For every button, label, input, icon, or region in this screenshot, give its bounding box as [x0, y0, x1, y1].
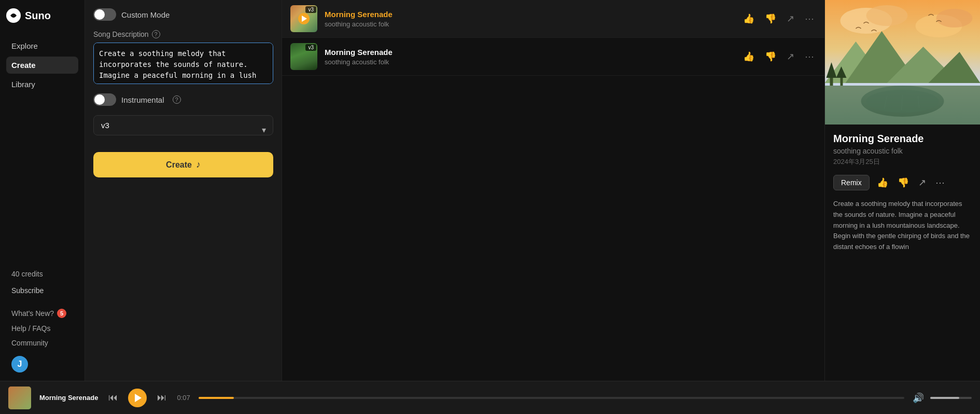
song-row[interactable]: v3 Morning Serenade soothing acoustic fo…	[282, 0, 824, 38]
custom-mode-label: Custom Mode	[121, 10, 170, 19]
detail-subtitle: soothing acoustic folk	[833, 147, 972, 155]
custom-mode-row: Custom Mode	[93, 8, 273, 21]
detail-panel: Morning Serenade soothing acoustic folk …	[824, 0, 980, 381]
detail-thumbs-down-icon[interactable]: 👎	[895, 175, 911, 190]
remix-button[interactable]: Remix	[833, 175, 870, 190]
song-description-input[interactable]	[93, 43, 273, 84]
volume-icon[interactable]: 🔊	[913, 392, 924, 404]
progress-bar[interactable]	[199, 397, 904, 399]
thumbs-up-icon[interactable]: 👍	[741, 11, 757, 26]
bottom-player: Morning Serenade ⏮ ⏭ 0:07 🔊	[0, 381, 980, 414]
detail-title: Morning Serenade	[833, 133, 972, 145]
play-pause-button[interactable]	[128, 389, 147, 407]
instrumental-toggle-knob	[94, 94, 105, 105]
thumbs-down-icon[interactable]: 👎	[763, 49, 778, 64]
prev-button[interactable]: ⏮	[106, 390, 120, 405]
song-thumbnail: v3	[290, 43, 317, 70]
instrumental-toggle[interactable]	[93, 93, 116, 106]
songs-list-panel: v3 Morning Serenade soothing acoustic fo…	[282, 0, 824, 381]
song-description-label: Song Description ?	[93, 30, 273, 38]
play-icon	[135, 394, 142, 402]
player-title: Morning Serenade	[39, 394, 98, 402]
share-icon[interactable]: ↗	[785, 11, 796, 26]
create-panel: Custom Mode Song Description ? Instrumen…	[85, 0, 282, 381]
share-icon[interactable]: ↗	[785, 49, 796, 64]
credits-display: 40 credits	[6, 267, 78, 281]
volume-fill	[930, 397, 959, 399]
detail-share-icon[interactable]: ↗	[916, 175, 928, 190]
song-info: Morning Serenade soothing acoustic folk	[325, 10, 735, 28]
sidebar-item-create[interactable]: Create	[6, 57, 78, 74]
song-subtitle: soothing acoustic folk	[325, 58, 735, 66]
svg-point-3	[866, 5, 908, 26]
logo[interactable]: Suno	[6, 8, 78, 23]
create-button[interactable]: Create ♪	[93, 152, 273, 177]
suno-logo-icon	[6, 8, 21, 23]
song-actions: 👍 👎 ↗ ⋯	[741, 11, 816, 26]
player-info: Morning Serenade	[39, 394, 98, 402]
player-controls: ⏮ ⏭	[106, 389, 169, 407]
detail-more-icon[interactable]: ⋯	[933, 175, 947, 190]
sidebar-item-explore[interactable]: Explore	[6, 37, 78, 54]
play-button-small[interactable]	[298, 13, 310, 24]
version-tag: v3	[305, 44, 316, 51]
next-button[interactable]: ⏭	[155, 390, 169, 405]
song-actions: 👍 👎 ↗ ⋯	[741, 49, 816, 64]
progress-fill	[199, 397, 234, 399]
create-music-icon: ♪	[196, 159, 201, 170]
song-thumbnail: v3	[290, 5, 317, 32]
detail-actions: Remix 👍 👎 ↗ ⋯	[833, 175, 972, 190]
song-info: Morning Serenade soothing acoustic folk	[325, 48, 735, 66]
instrumental-row: Instrumental ?	[93, 93, 273, 106]
song-row[interactable]: v3 Morning Serenade soothing acoustic fo…	[282, 38, 824, 76]
svg-rect-19	[825, 86, 980, 125]
song-title: Morning Serenade	[325, 10, 735, 19]
play-icon	[302, 16, 307, 22]
help-faqs-link[interactable]: Help / FAQs	[6, 322, 78, 335]
subscribe-button[interactable]: Subscribe	[6, 283, 78, 298]
avatar[interactable]: J	[11, 356, 28, 372]
instrumental-help-icon[interactable]: ?	[173, 95, 181, 104]
time-display: 0:07	[177, 394, 190, 402]
version-select[interactable]: v1 v2 v3 v4	[93, 115, 273, 135]
play-overlay	[290, 5, 317, 32]
song-subtitle: soothing acoustic folk	[325, 20, 735, 28]
song-title: Morning Serenade	[325, 48, 735, 57]
player-right: 🔊	[913, 392, 972, 404]
song-description-help-icon[interactable]: ?	[152, 30, 160, 38]
instrumental-label: Instrumental	[121, 95, 164, 104]
detail-description: Create a soothing melody that incorporat…	[833, 199, 972, 253]
svg-point-5	[936, 9, 973, 27]
logo-text: Suno	[25, 10, 51, 22]
whats-new-link[interactable]: What's New? 5	[6, 306, 78, 321]
version-select-wrapper: v1 v2 v3 v4	[93, 115, 273, 144]
more-options-icon[interactable]: ⋯	[803, 11, 816, 26]
sidebar: Suno Explore Create Library 40 credits S…	[0, 0, 85, 381]
whats-new-badge: 5	[57, 309, 66, 318]
player-thumbnail	[8, 387, 31, 409]
sidebar-item-library[interactable]: Library	[6, 76, 78, 93]
toggle-knob	[94, 9, 105, 20]
custom-mode-toggle[interactable]	[93, 8, 116, 21]
community-link[interactable]: Community	[6, 336, 78, 350]
thumbs-down-icon[interactable]: 👎	[763, 11, 778, 26]
volume-bar[interactable]	[930, 397, 972, 399]
detail-thumbs-up-icon[interactable]: 👍	[875, 175, 890, 190]
more-options-icon[interactable]: ⋯	[803, 49, 816, 64]
detail-date: 2024年3月25日	[833, 157, 972, 167]
detail-content: Morning Serenade soothing acoustic folk …	[825, 125, 980, 381]
detail-cover-art	[825, 0, 980, 125]
thumbs-up-icon[interactable]: 👍	[741, 49, 757, 64]
